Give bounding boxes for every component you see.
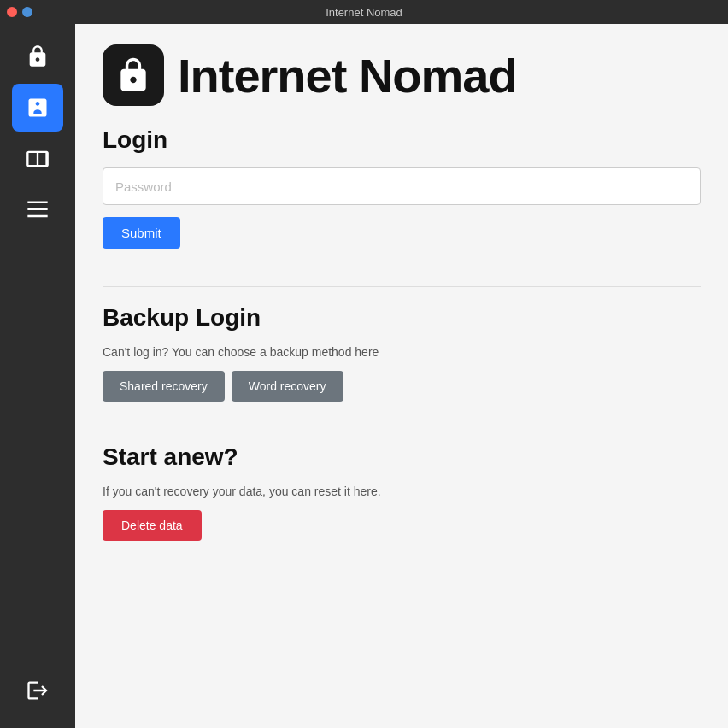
main-content: Internet Nomad Login Submit Backup Login… [75,24,728,728]
window-title: Internet Nomad [326,6,402,19]
sidebar [0,24,75,728]
sidebar-bottom [12,666,63,714]
backup-section: Backup Login Can't log in? You can choos… [103,304,701,402]
app-container: Internet Nomad Login Submit Backup Login… [0,24,728,728]
backup-description: Can't log in? You can choose a backup me… [103,345,701,359]
door-icon [26,96,50,120]
password-input[interactable] [103,167,701,205]
stack-icon [26,198,50,222]
lock-icon [26,44,50,68]
sidebar-item-lock[interactable] [12,32,63,80]
recovery-buttons: Shared recovery Word recovery [103,371,701,402]
tablet-icon [26,147,50,171]
app-lock-icon [114,56,152,94]
shared-recovery-button[interactable]: Shared recovery [103,371,225,402]
backup-login-title: Backup Login [103,304,701,332]
login-section: Login Submit [103,126,701,269]
app-icon [103,44,164,106]
sidebar-item-exit[interactable] [12,666,63,714]
divider-1 [103,286,701,287]
app-title: Internet Nomad [178,48,517,103]
divider-2 [103,426,701,426]
close-button[interactable] [7,7,17,17]
minimize-button[interactable] [22,7,32,17]
delete-data-button[interactable]: Delete data [103,510,202,541]
login-title: Login [103,126,701,154]
title-bar: Internet Nomad [0,0,728,24]
submit-button[interactable]: Submit [103,217,180,249]
anew-description: If you can't recovery your data, you can… [103,484,701,498]
word-recovery-button[interactable]: Word recovery [232,371,343,402]
exit-icon [26,678,50,702]
app-header: Internet Nomad [103,44,701,106]
sidebar-item-login[interactable] [12,84,63,132]
window-controls[interactable] [7,7,32,17]
sidebar-item-tablet[interactable] [12,135,63,183]
anew-section: Start anew? If you can't recovery your d… [103,443,701,541]
anew-title: Start anew? [103,443,701,471]
sidebar-item-stack[interactable] [12,186,63,234]
